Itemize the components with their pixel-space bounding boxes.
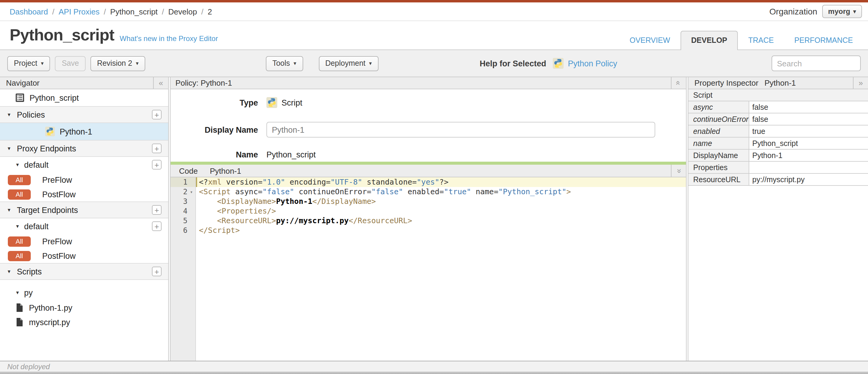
main-area: Navigator « Python_script ▾ Poli (0, 77, 868, 361)
code-splitter-bar[interactable] (170, 162, 686, 165)
tree-expanded-icon[interactable]: ▾ (6, 268, 12, 275)
property-value[interactable]: false (749, 113, 868, 125)
organization-dropdown[interactable]: myorg ▾ (822, 5, 862, 18)
property-label: enabled (688, 125, 749, 137)
deployment-menu-button[interactable]: Deployment ▾ (318, 56, 378, 71)
nav-item-script-file[interactable]: Python-1.py (0, 300, 168, 315)
add-script-button[interactable]: + (152, 267, 161, 276)
all-methods-badge: All (8, 189, 31, 199)
property-row-continueOnError: continueOnErrorfalse (688, 113, 868, 125)
property-inspector-panel: Property Inspector Python-1 » Script asy… (688, 77, 868, 361)
breadcrumb-dashboard[interactable]: Dashboard (10, 7, 48, 16)
property-value[interactable]: true (749, 125, 868, 137)
python-policy-icon (267, 97, 277, 108)
nav-item-script-file[interactable]: myscript.py (0, 315, 168, 329)
nav-item-label: PreFlow (42, 175, 72, 184)
add-target-flow-button[interactable]: + (152, 221, 161, 231)
property-label: ResourceURL (688, 174, 749, 185)
code-line-1[interactable]: <?xml version="1.0" encoding="UTF-8" sta… (196, 177, 686, 187)
collapse-code-panel-icon[interactable]: « (671, 165, 686, 177)
property-label: continueOnError (688, 113, 749, 125)
nav-item-proxy-preflow[interactable]: All PreFlow (0, 173, 168, 187)
revision-menu-button[interactable]: Revision 2 ▾ (90, 56, 145, 71)
top-accent-bar (0, 0, 868, 2)
save-button[interactable]: Save (55, 56, 86, 71)
save-button-label: Save (62, 59, 79, 67)
nav-section-target-endpoints[interactable]: ▾ Target Endpoints + (0, 201, 168, 219)
property-inspector-context: Python-1 (764, 79, 796, 87)
property-value[interactable]: Python-1 (749, 150, 868, 161)
tree-expanded-icon[interactable]: ▾ (6, 112, 12, 118)
title-bar: Python_script What's new in the Proxy Ed… (0, 21, 868, 50)
organization-value: myorg (828, 7, 850, 16)
tab-trace[interactable]: TRACE (738, 31, 784, 50)
code-editor[interactable]: 12▾3456 <?xml version="1.0" encoding="UT… (170, 177, 686, 361)
policy-header-label: Policy: Python-1 (176, 79, 232, 87)
gutter-line-2[interactable]: 2▾ (170, 187, 195, 197)
breadcrumb-separator: / (104, 7, 106, 16)
collapse-property-inspector-icon[interactable]: » (853, 77, 868, 89)
collapse-policy-panel-icon[interactable]: « (671, 77, 686, 89)
whats-new-link[interactable]: What's new in the Proxy Editor (120, 34, 218, 42)
tree-expanded-icon[interactable]: ▾ (14, 290, 21, 295)
tree-expanded-icon[interactable]: ▾ (14, 223, 21, 229)
code-header-label: Code (179, 166, 198, 175)
property-value[interactable] (749, 162, 868, 173)
nav-item-target-default[interactable]: ▾ default + (0, 219, 168, 234)
add-proxy-endpoint-button[interactable]: + (152, 144, 161, 153)
project-menu-label: Project (14, 59, 37, 67)
name-label: Name (170, 150, 258, 159)
add-proxy-flow-button[interactable]: + (152, 160, 161, 170)
nav-section-scripts[interactable]: ▾ Scripts + (0, 263, 168, 280)
code-line-6[interactable]: </Script> (196, 226, 686, 235)
tab-develop[interactable]: DEVELOP (680, 31, 738, 50)
code-line-4[interactable]: <Properties/> (196, 206, 686, 216)
policy-name-value: Python_script (267, 150, 316, 159)
search-input[interactable] (772, 56, 861, 71)
display-name-input[interactable] (267, 122, 655, 138)
property-label: name (688, 138, 749, 149)
nav-section-proxy-endpoints[interactable]: ▾ Proxy Endpoints + (0, 140, 168, 157)
add-target-endpoint-button[interactable]: + (152, 205, 161, 215)
project-menu-button[interactable]: Project ▾ (7, 56, 50, 71)
tab-overview[interactable]: OVERVIEW (619, 31, 680, 50)
tree-expanded-icon[interactable]: ▾ (6, 145, 12, 151)
proxy-document-icon (15, 93, 25, 103)
property-rows: asyncfalsecontinueOnErrorfalseenabledtru… (688, 102, 868, 186)
nav-item-target-preflow[interactable]: All PreFlow (0, 234, 168, 249)
proxy-editor-app: Dashboard / API Proxies / Python_script … (0, 0, 868, 374)
code-line-5[interactable]: <ResourceURL>py://myscript.py</ResourceU… (196, 216, 686, 226)
nav-section-policies[interactable]: ▾ Policies + (0, 106, 168, 123)
property-value[interactable]: false (749, 102, 868, 113)
nav-item-proxy-root[interactable]: Python_script (0, 89, 168, 106)
code-line-2[interactable]: <Script async="false" continueOnError="f… (196, 187, 686, 197)
fold-caret-icon[interactable]: ▾ (187, 189, 195, 195)
nav-item-proxy-postflow[interactable]: All PostFlow (0, 187, 168, 201)
chevron-down-icon: ▾ (293, 61, 296, 66)
toolbar: Project ▾ Save Revision 2 ▾ Tools ▾ Depl… (0, 50, 868, 77)
tools-menu-button[interactable]: Tools ▾ (266, 56, 303, 71)
nav-group-py[interactable]: ▾ py (0, 285, 168, 300)
nav-item-policy-python-1[interactable]: Python-1 (0, 123, 168, 140)
property-value[interactable]: Python_script (749, 138, 868, 149)
tree-expanded-icon[interactable]: ▾ (6, 207, 12, 213)
python-policy-icon (45, 127, 55, 136)
breadcrumb-api-proxies[interactable]: API Proxies (59, 7, 99, 16)
tree-expanded-icon[interactable]: ▾ (14, 162, 21, 168)
nav-item-label: PostFlow (42, 190, 76, 199)
chevron-down-icon: ▾ (136, 61, 138, 66)
code-lines: <?xml version="1.0" encoding="UTF-8" sta… (196, 177, 686, 361)
nav-item-target-postflow[interactable]: All PostFlow (0, 249, 168, 263)
gutter-line-5: 5 (170, 216, 195, 226)
python-policy-help-link[interactable]: Python Policy (568, 59, 617, 68)
nav-item-proxy-default[interactable]: ▾ default + (0, 157, 168, 173)
breadcrumb-develop: Develop (168, 7, 197, 16)
code-line-3[interactable]: <DisplayName>Python-1</DisplayName> (196, 197, 686, 206)
gutter-line-3: 3 (170, 197, 195, 206)
add-policy-button[interactable]: + (152, 110, 161, 119)
breadcrumb-revision: 2 (208, 7, 212, 16)
breadcrumb-separator: / (201, 7, 204, 16)
property-value[interactable]: py://myscript.py (749, 174, 868, 185)
collapse-navigator-icon[interactable]: « (153, 77, 168, 89)
tab-performance[interactable]: PERFORMANCE (784, 31, 863, 50)
